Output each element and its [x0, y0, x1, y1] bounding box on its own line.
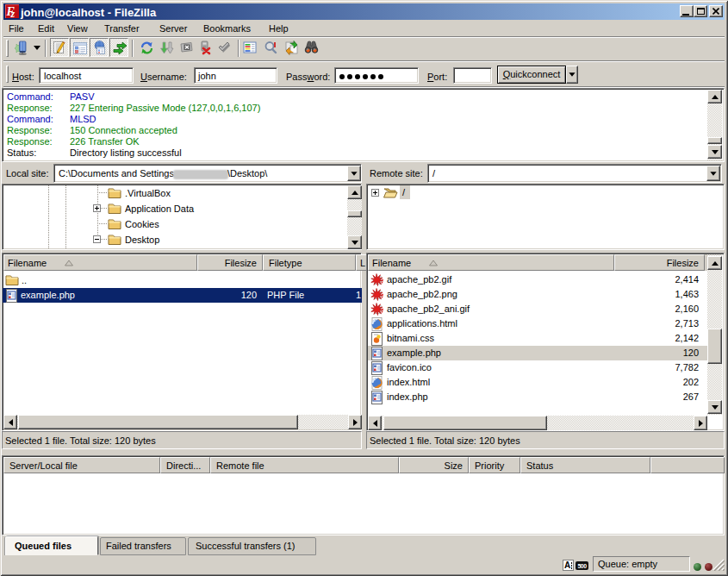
svg-text:z: z: [10, 8, 16, 18]
